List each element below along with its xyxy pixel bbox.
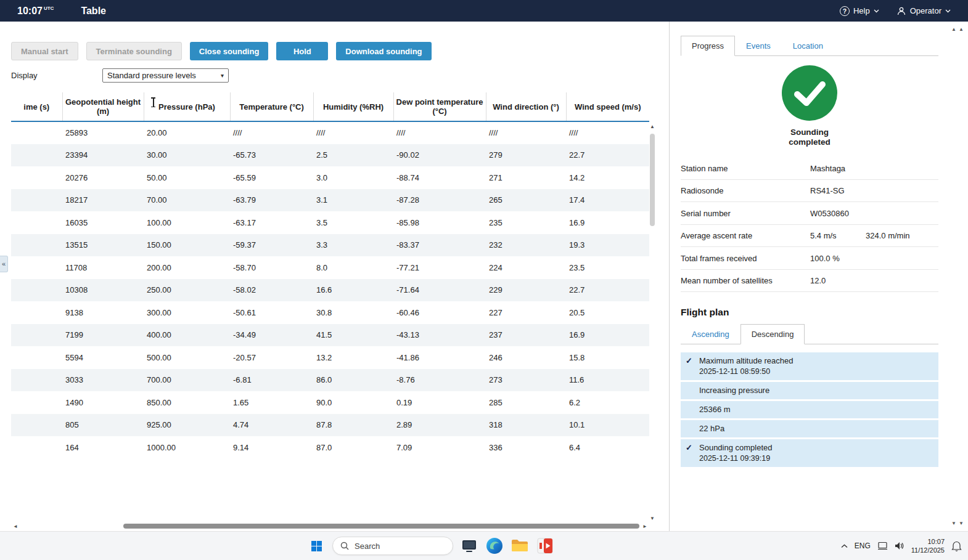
- volume-indicator[interactable]: [895, 542, 904, 550]
- vertical-scroll-thumb[interactable]: [650, 134, 655, 226]
- taskbar-app-explorer[interactable]: [511, 537, 529, 555]
- scroll-up-icons[interactable]: ▲▲: [951, 26, 966, 32]
- table-cell: 500.00: [144, 346, 230, 369]
- tab-ascending[interactable]: Ascending: [681, 324, 740, 344]
- search-placeholder: Search: [355, 542, 380, 551]
- event-content: 22 hPa: [699, 424, 724, 433]
- close-sounding-button[interactable]: Close sounding: [190, 42, 269, 60]
- display-device-indicator[interactable]: [877, 542, 888, 550]
- table-cell: -63.17: [230, 211, 313, 234]
- check-placeholder: [686, 424, 699, 433]
- edge-browser-icon: [486, 537, 503, 554]
- tab-descending[interactable]: Descending: [740, 324, 805, 344]
- table-cell: -63.79: [230, 189, 313, 212]
- event-timestamp: 2025-12-11 08:59:50: [699, 367, 793, 376]
- table-cell: 16.6: [313, 279, 393, 302]
- horizontal-scroll-track[interactable]: [20, 522, 641, 530]
- taskbar-app-sounding[interactable]: [536, 537, 554, 555]
- table-cell: 3.3: [313, 234, 393, 257]
- table-vertical-scrollbar[interactable]: ▲ ▼: [648, 124, 657, 521]
- table-cell: [11, 436, 62, 459]
- table-row: 3033700.00-6.8186.0-8.7627311.6: [11, 369, 649, 392]
- table-cell: 150.00: [144, 234, 230, 257]
- column-header-3: Temperature (°C): [230, 92, 313, 121]
- scroll-up-icon[interactable]: ▲: [648, 124, 657, 129]
- table-cell: 279: [486, 144, 566, 167]
- success-check-icon: [781, 65, 838, 121]
- table-cell: -65.59: [230, 166, 313, 189]
- collapse-panel-button[interactable]: «: [0, 256, 8, 272]
- page-title: Table: [81, 6, 106, 17]
- page-scrollbar[interactable]: ▲▲ ▼▼: [950, 22, 968, 531]
- start-button[interactable]: [307, 537, 326, 555]
- table-cell: 16.9: [566, 324, 649, 347]
- table-cell: -90.02: [393, 144, 486, 167]
- topbar: 10:07UTC Table ? Help Operator: [0, 0, 968, 22]
- table-row: 9138300.00-50.6130.8-60.4622720.5: [11, 301, 649, 324]
- table-cell: 30.8: [313, 301, 393, 324]
- taskbar-apps: Search: [307, 532, 554, 560]
- check-placeholder: [686, 405, 699, 414]
- taskbar-clock[interactable]: 10:07 11/12/2025: [911, 537, 945, 555]
- language-indicator[interactable]: ENG: [855, 542, 871, 550]
- display-select[interactable]: Standard pressure levels ▾: [102, 68, 229, 83]
- user-icon: [896, 6, 906, 16]
- taskbar-search[interactable]: Search: [332, 537, 453, 555]
- table-cell: -8.76: [393, 369, 486, 392]
- table-cell: 87.8: [313, 414, 393, 437]
- table-header-row: ime (s)Geopotential height (m)Pressure (…: [11, 92, 649, 121]
- table-row: 1490850.001.6590.00.192856.2: [11, 391, 649, 414]
- table-cell: [11, 234, 62, 257]
- scroll-left-icon[interactable]: ◄: [11, 524, 20, 529]
- detail-value: 100.0 %: [810, 254, 866, 263]
- table-horizontal-scrollbar[interactable]: ◄ ►: [11, 522, 649, 530]
- table-cell: 3.1: [313, 189, 393, 212]
- detail-row: Mean number of satellites12.0: [681, 270, 938, 293]
- horizontal-scroll-thumb[interactable]: [123, 524, 639, 529]
- hold-button[interactable]: Hold: [276, 42, 328, 60]
- detail-value: Mashtaga: [810, 164, 866, 173]
- download-sounding-button[interactable]: Download sounding: [336, 42, 431, 60]
- taskbar-app-edge[interactable]: [485, 537, 504, 555]
- table-cell: 805: [62, 414, 144, 437]
- flight-plan-events: ✓Maximum altitude reached2025-12-11 08:5…: [681, 352, 938, 467]
- taskbar-chevron-up[interactable]: [841, 544, 848, 548]
- table-cell: [11, 256, 62, 279]
- table-cell: ////: [230, 121, 313, 144]
- column-header-5: Dew point temperature (°C): [393, 92, 486, 121]
- table-cell: [11, 346, 62, 369]
- tab-progress[interactable]: Progress: [681, 36, 735, 56]
- tab-location[interactable]: Location: [782, 36, 834, 56]
- notifications-button[interactable]: [951, 540, 962, 551]
- table-row: 805925.004.7487.82.8931810.1: [11, 414, 649, 437]
- table-cell: ////: [393, 121, 486, 144]
- table-cell: 16035: [62, 211, 144, 234]
- table-cell: [11, 189, 62, 212]
- table-cell: [11, 121, 62, 144]
- scroll-down-icons[interactable]: ▼▼: [951, 521, 966, 526]
- operator-menu[interactable]: Operator: [896, 6, 951, 16]
- help-label: Help: [853, 6, 870, 15]
- table-cell: 87.0: [313, 436, 393, 459]
- operator-label: Operator: [910, 6, 941, 15]
- column-header-4: Humidity (%RH): [313, 92, 393, 121]
- table-cell: 0.19: [393, 391, 486, 414]
- table-cell: 13515: [62, 234, 144, 257]
- table-cell: 237: [486, 324, 566, 347]
- right-panel: ProgressEventsLocation Sounding complete…: [669, 22, 950, 531]
- topbar-menus: ? Help Operator: [840, 6, 951, 16]
- display-select-value: Standard pressure levels: [107, 71, 196, 80]
- taskbar-app-terminal[interactable]: [460, 537, 478, 555]
- table-cell: 9138: [62, 301, 144, 324]
- system-tray: ENG 10:07 11/12/2025: [841, 532, 962, 560]
- table-cell: 227: [486, 301, 566, 324]
- scroll-down-icon[interactable]: ▼: [648, 516, 657, 521]
- scroll-right-icon[interactable]: ►: [641, 524, 649, 529]
- help-menu[interactable]: ? Help: [840, 6, 879, 16]
- event-content: 25366 m: [699, 405, 731, 414]
- tab-events[interactable]: Events: [735, 36, 782, 56]
- table-cell: 22.7: [566, 279, 649, 302]
- event-content: Maximum altitude reached2025-12-11 08:59…: [699, 356, 793, 376]
- table-cell: [11, 211, 62, 234]
- table-cell: 3033: [62, 369, 144, 392]
